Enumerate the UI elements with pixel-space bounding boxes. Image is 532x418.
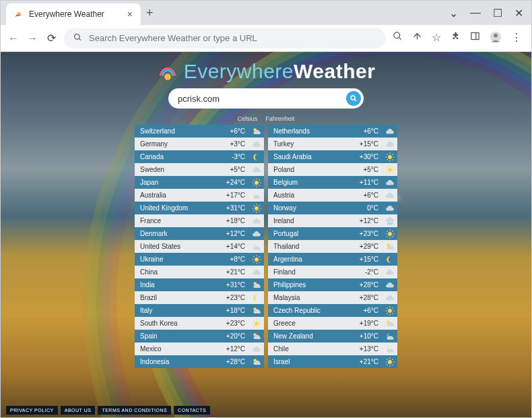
- country-name[interactable]: Norway: [268, 204, 352, 212]
- weather-row[interactable]: Sweden+5°C: [135, 163, 264, 176]
- weather-row[interactable]: Philippines+28°C: [268, 278, 397, 291]
- footer-contacts[interactable]: CONTACTS: [174, 406, 210, 415]
- country-name[interactable]: Ireland: [268, 217, 352, 225]
- country-name[interactable]: Poland: [268, 166, 352, 173]
- footer-privacy[interactable]: PRIVACY POLICY: [6, 406, 58, 415]
- weather-row[interactable]: China+21°C: [135, 266, 264, 278]
- country-name[interactable]: Switzerland: [135, 127, 218, 135]
- country-name[interactable]: Turkey: [268, 140, 352, 148]
- weather-row[interactable]: Belgium+11°C: [268, 176, 397, 189]
- country-name[interactable]: Malaysia: [268, 294, 352, 301]
- country-name[interactable]: Finland: [268, 268, 352, 276]
- unit-fahrenheit[interactable]: Fahrenheit: [265, 115, 294, 122]
- weather-row[interactable]: Finland-2°C: [268, 266, 397, 278]
- weather-row[interactable]: Canada-3°C: [135, 150, 264, 163]
- bookmark-star-icon[interactable]: ☆: [432, 31, 441, 46]
- country-name[interactable]: India: [135, 281, 218, 289]
- country-name[interactable]: Canada: [135, 153, 218, 160]
- country-name[interactable]: Italy: [135, 307, 218, 314]
- chevron-down-icon[interactable]: ⌄: [449, 7, 458, 20]
- country-name[interactable]: Sweden: [135, 166, 218, 173]
- weather-row[interactable]: Switzerland+6°C: [135, 125, 264, 138]
- country-name[interactable]: Greece: [268, 320, 352, 327]
- weather-row[interactable]: Malaysia+28°C: [268, 291, 397, 304]
- search-button[interactable]: [346, 91, 361, 106]
- weather-row[interactable]: Norway0°C: [268, 202, 397, 214]
- country-name[interactable]: Argentina: [268, 256, 352, 263]
- search-input[interactable]: [178, 94, 346, 104]
- country-name[interactable]: New Zealand: [268, 332, 352, 340]
- country-name[interactable]: Denmark: [135, 230, 218, 237]
- country-name[interactable]: United Kingdom: [135, 204, 218, 212]
- country-name[interactable]: Brazil: [135, 294, 218, 301]
- footer-terms[interactable]: TERMS AND CONDITIONS: [98, 406, 171, 415]
- weather-row[interactable]: Ukraine+8°C: [135, 253, 264, 266]
- maximize-icon[interactable]: ☐: [493, 7, 502, 20]
- weather-row[interactable]: Israel+21°C: [268, 355, 397, 368]
- weather-row[interactable]: Portugal+23°C: [268, 227, 397, 240]
- weather-row[interactable]: Indonesia+28°C: [135, 355, 264, 368]
- weather-row[interactable]: India+31°C: [135, 278, 264, 291]
- weather-row[interactable]: Argentina+15°C: [268, 253, 397, 266]
- weather-row[interactable]: Czech Republic+6°C: [268, 304, 397, 317]
- weather-row[interactable]: Spain+20°C: [135, 330, 264, 342]
- country-name[interactable]: Japan: [135, 179, 218, 186]
- new-tab-button[interactable]: +: [146, 6, 154, 20]
- address-bar[interactable]: [64, 28, 386, 49]
- browser-tab[interactable]: Everywhere Weather ×: [6, 3, 141, 25]
- weather-row[interactable]: Saudi Arabia+30°C: [268, 150, 397, 163]
- country-name[interactable]: Chile: [268, 345, 352, 353]
- forward-button[interactable]: →: [26, 32, 38, 44]
- country-name[interactable]: Israel: [268, 358, 352, 365]
- weather-row[interactable]: Denmark+12°C: [135, 227, 264, 240]
- country-name[interactable]: Austria: [268, 191, 352, 199]
- minimize-icon[interactable]: —: [470, 7, 481, 20]
- country-name[interactable]: Germany: [135, 140, 218, 148]
- weather-row[interactable]: Austria+6°C: [268, 189, 397, 202]
- country-name[interactable]: Australia: [135, 191, 218, 199]
- menu-dots-icon[interactable]: ⋮: [511, 31, 522, 46]
- omnibox-input[interactable]: [89, 33, 376, 43]
- weather-row[interactable]: New Zealand+10°C: [268, 330, 397, 342]
- country-name[interactable]: South Korea: [135, 320, 218, 327]
- country-name[interactable]: Mexico: [135, 345, 218, 353]
- country-name[interactable]: Portugal: [268, 230, 352, 237]
- weather-row[interactable]: Poland+5°C: [268, 163, 397, 176]
- country-name[interactable]: France: [135, 217, 218, 225]
- back-button[interactable]: ←: [7, 32, 20, 44]
- country-name[interactable]: Indonesia: [135, 358, 218, 365]
- weather-row[interactable]: Turkey+15°C: [268, 138, 397, 150]
- weather-row[interactable]: Japan+24°C: [135, 176, 264, 189]
- weather-row[interactable]: Chile+13°C: [268, 342, 397, 355]
- weather-row[interactable]: Italy+18°C: [135, 304, 264, 317]
- unit-celsius[interactable]: Celsius: [238, 115, 258, 122]
- footer-about[interactable]: ABOUT US: [61, 406, 96, 415]
- country-name[interactable]: Spain: [135, 332, 218, 340]
- country-name[interactable]: Ukraine: [135, 256, 218, 263]
- country-name[interactable]: Thailand: [268, 243, 352, 250]
- profile-avatar-icon[interactable]: [490, 31, 502, 46]
- weather-row[interactable]: Germany+3°C: [135, 138, 264, 150]
- extensions-icon[interactable]: [451, 31, 461, 46]
- tab-close-icon[interactable]: ×: [127, 9, 133, 20]
- weather-row[interactable]: Netherlands+6°C: [268, 125, 397, 138]
- country-name[interactable]: Belgium: [268, 179, 352, 186]
- country-name[interactable]: Netherlands: [268, 127, 352, 135]
- side-panel-icon[interactable]: [470, 31, 480, 46]
- weather-row[interactable]: Thailand+29°C: [268, 240, 397, 253]
- weather-row[interactable]: Mexico+12°C: [135, 342, 264, 355]
- weather-row[interactable]: Brazil+23°C: [135, 291, 264, 304]
- country-name[interactable]: Philippines: [268, 281, 352, 289]
- close-icon[interactable]: ✕: [514, 7, 523, 20]
- weather-row[interactable]: Australia+17°C: [135, 189, 264, 202]
- country-name[interactable]: Czech Republic: [268, 307, 352, 314]
- weather-row[interactable]: Greece+19°C: [268, 317, 397, 330]
- weather-row[interactable]: United Kingdom+31°C: [135, 202, 264, 214]
- weather-row[interactable]: Ireland+12°C: [268, 214, 397, 227]
- country-name[interactable]: Saudi Arabia: [268, 153, 352, 160]
- share-icon[interactable]: [412, 31, 422, 46]
- search-box[interactable]: [168, 88, 364, 109]
- search-tabs-icon[interactable]: [393, 31, 403, 46]
- country-name[interactable]: China: [135, 268, 218, 276]
- weather-row[interactable]: South Korea+23°C: [135, 317, 264, 330]
